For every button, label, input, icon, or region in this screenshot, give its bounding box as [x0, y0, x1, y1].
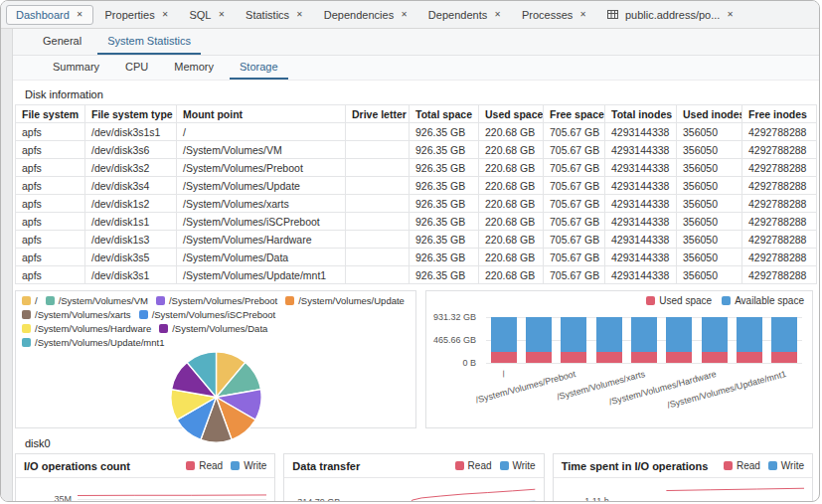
close-icon[interactable]: ✕	[401, 11, 408, 19]
data-transfer-plot: 314.79 GB	[284, 478, 543, 502]
left-panel-edge[interactable]	[1, 29, 13, 501]
table-cell: 4293144338	[605, 177, 677, 195]
table-cell: 356050	[677, 195, 742, 213]
tab-dependencies[interactable]: Dependencies✕	[315, 6, 416, 24]
table-cell: 705.67 GB	[544, 195, 605, 213]
legend-item-write[interactable]: Write	[231, 460, 266, 471]
table-row: apfs/dev/disk3s6/System/Volumes/VM926.35…	[16, 141, 817, 159]
tab-label: Dependents	[428, 9, 487, 21]
table-cell: apfs	[16, 141, 85, 159]
legend-item-system-volumes-vm[interactable]: /System/Volumes/VM	[46, 294, 148, 307]
tab-dependents[interactable]: Dependents✕	[419, 6, 510, 24]
table-cell: apfs	[16, 195, 85, 213]
table-cell: /System/Volumes/Update	[177, 177, 346, 195]
legend-item-system-volumes-update[interactable]: /System/Volumes/Update	[285, 294, 405, 307]
y-tick-label: 0 B	[462, 358, 476, 368]
bar-system-volumes-vm	[526, 317, 552, 363]
legend-item-read[interactable]: Read	[455, 460, 492, 471]
legend-swatch	[231, 461, 240, 470]
table-cell: /dev/disk3s4	[85, 177, 177, 195]
tab-label: Summary	[53, 61, 99, 73]
bar-chart-y-axis: 931.32 GB465.66 GB0 B	[426, 317, 482, 363]
legend-item-write[interactable]: Write	[768, 460, 804, 471]
table-row: apfs/dev/disk3s1s1/926.35 GB220.68 GB705…	[16, 123, 817, 141]
storage-content: Disk information File systemFile system …	[13, 81, 819, 502]
legend-swatch	[46, 296, 55, 305]
legend-swatch	[500, 461, 509, 470]
legend-swatch	[455, 461, 464, 470]
legend-swatch	[186, 461, 195, 470]
tab-dashboard[interactable]: Dashboard✕	[6, 5, 93, 25]
table-cell: 4293144338	[605, 159, 677, 177]
tab-sql[interactable]: SQL✕	[180, 6, 234, 24]
legend-swatch	[768, 461, 777, 470]
legend-swatch	[285, 296, 294, 305]
table-cell: /System/Volumes/xarts	[177, 195, 346, 213]
legend-swatch	[156, 296, 165, 305]
legend-item-system-volumes-preboot[interactable]: /System/Volumes/Preboot	[156, 294, 277, 307]
legend-item-system-volumes-hardware[interactable]: /System/Volumes/Hardware	[22, 322, 151, 335]
table-cell: 4292788288	[742, 231, 817, 249]
table-cell: 356050	[677, 177, 742, 195]
tab-system-statistics[interactable]: System Statistics	[97, 29, 201, 55]
tab-general[interactable]: General	[33, 29, 91, 55]
legend-item-[interactable]: /	[22, 294, 38, 307]
close-icon[interactable]: ✕	[727, 11, 734, 19]
bar-segment-available	[491, 317, 517, 352]
table-cell: /dev/disk3s1s1	[85, 123, 177, 141]
time-spent-io-chart	[615, 478, 804, 502]
close-icon[interactable]: ✕	[162, 11, 169, 19]
tab-cpu[interactable]: CPU	[115, 56, 158, 80]
table-cell: 356050	[677, 213, 742, 231]
tab-processes[interactable]: Processes✕	[513, 6, 595, 24]
legend-item-write[interactable]: Write	[500, 460, 536, 471]
tab-properties[interactable]: Properties✕	[96, 6, 178, 24]
dashboard-main: GeneralSystem Statistics SummaryCPUMemor…	[13, 29, 819, 502]
bar-segment-used	[737, 352, 762, 363]
tab-statistics[interactable]: Statistics✕	[237, 6, 312, 24]
legend-item-used-space[interactable]: Used space	[646, 295, 712, 306]
legend-label: /System/Volumes/Hardware	[35, 322, 151, 335]
table-header-row: File systemFile system typeMount pointDr…	[16, 105, 817, 123]
tab-label: Statistics	[246, 9, 289, 21]
table-cell: 4292788288	[742, 195, 817, 213]
tab-summary[interactable]: Summary	[43, 56, 109, 80]
bar-slot	[521, 317, 556, 363]
disk-usage-pie-panel: //System/Volumes/VM/System/Volumes/Prebo…	[15, 290, 416, 428]
bar-chart-legend: Used spaceAvailable space	[646, 295, 804, 306]
legend-item-system-volumes-iscpreboot[interactable]: /System/Volumes/iSCPreboot	[139, 308, 276, 321]
table-cell: 356050	[677, 159, 742, 177]
legend-item-system-volumes-data[interactable]: /System/Volumes/Data	[159, 322, 267, 335]
table-cell: /dev/disk1s3	[85, 231, 177, 249]
table-grid-icon	[607, 9, 618, 20]
series-line-read	[346, 489, 535, 502]
bar-chart-x-axis: //System/Volumes/Preboot/System/Volumes/…	[486, 365, 802, 424]
tab-memory[interactable]: Memory	[164, 56, 224, 80]
table-cell	[346, 249, 410, 266]
table-cell: 220.68 GB	[479, 159, 544, 177]
legend-item-read[interactable]: Read	[186, 460, 223, 471]
pie-wrap	[16, 349, 415, 445]
column-header-used-inodes: Used inodes	[677, 105, 742, 123]
tab-public-address-po[interactable]: public.address/po...✕	[598, 6, 742, 24]
legend-label: /System/Volumes/VM	[59, 294, 148, 307]
close-icon[interactable]: ✕	[494, 11, 501, 19]
tab-label: System Statistics	[107, 35, 191, 47]
bars	[486, 317, 802, 363]
legend-item-available-space[interactable]: Available space	[722, 295, 804, 306]
table-cell: 926.35 GB	[410, 231, 479, 249]
close-icon[interactable]: ✕	[296, 11, 303, 19]
close-icon[interactable]: ✕	[218, 11, 225, 19]
close-icon[interactable]: ✕	[77, 11, 83, 19]
tab-storage[interactable]: Storage	[230, 56, 288, 80]
tab-label: Dashboard	[16, 9, 70, 21]
legend-item-system-volumes-xarts[interactable]: /System/Volumes/xarts	[22, 308, 131, 321]
y-tick-label: 35M	[20, 494, 72, 502]
legend-label: Used space	[659, 295, 712, 306]
close-icon[interactable]: ✕	[579, 11, 586, 19]
legend-item-read[interactable]: Read	[724, 460, 760, 471]
legend-label: Write	[244, 460, 266, 471]
legend-item-system-volumes-update-mnt1[interactable]: /System/Volumes/Update/mnt1	[22, 336, 164, 349]
bar-segment-used	[526, 352, 552, 363]
pgadmin-window: Dashboard✕Properties✕SQL✕Statistics✕Depe…	[0, 0, 820, 502]
